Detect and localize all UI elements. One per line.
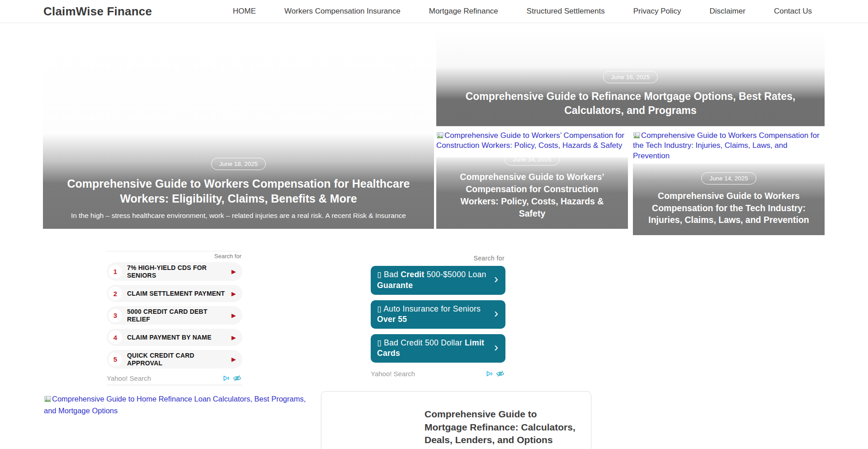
broken-image-alt-link[interactable]: Comprehensive Guide to Workers Compensat… [633, 130, 825, 164]
article-title: Comprehensive Guide to Workers’ Compensa… [446, 171, 618, 220]
arrow-right-icon: ▶ [231, 312, 236, 319]
broken-image-icon [44, 396, 52, 402]
arrow-right-icon: ▶ [231, 334, 236, 341]
ad-attribution-bar: Yahoo! Search [107, 373, 242, 385]
rank-number: 3 [108, 309, 122, 322]
ad-link-quick-credit-card-approval[interactable]: 5 QUICK CREDIT CARD APPROVAL ▶ [107, 350, 242, 369]
top-navigation: ClaimWise Finance HOME Workers Compensat… [0, 0, 868, 23]
arrow-right-icon: ▶ [231, 356, 236, 363]
ad-feedback-eye-icon[interactable] [233, 375, 241, 382]
nav-item-disclaimer[interactable]: Disclaimer [710, 7, 745, 16]
nav-item-home[interactable]: HOME [233, 7, 256, 16]
article-card-tech-industry[interactable]: Comprehensive Guide to Workers Compensat… [633, 130, 825, 235]
ad-provider-label[interactable]: Yahoo! Search [107, 374, 151, 382]
card-image-overlay: June 14, 2025 Comprehensive Guide to Wor… [436, 157, 628, 229]
yahoo-search-ad-ranked-list: Search for 1 7% HIGH-YIELD CDS FOR SENIO… [107, 251, 242, 385]
ad-link-claim-payment-by-name[interactable]: 4 CLAIM PAYMENT BY NAME ▶ [107, 329, 242, 346]
search-for-label: Search for [371, 253, 505, 266]
nav-menu: HOME Workers Compensation Insurance Mort… [233, 7, 812, 16]
rank-number: 5 [108, 353, 122, 366]
alt-text: Comprehensive Guide to Workers Compensat… [633, 131, 820, 160]
rank-number: 4 [108, 331, 122, 344]
nav-item-mortgage-refinance[interactable]: Mortgage Refinance [429, 7, 498, 16]
article-date-badge: June 14, 2025 [701, 172, 756, 184]
ad-link-high-yield-cds[interactable]: 1 7% HIGH-YIELD CDS FOR SENIORS ▶ [107, 262, 242, 281]
ad-link-label: ▯ Bad Credit 500-$5000 Loan Guarante [377, 269, 491, 291]
featured-article-excerpt: In the high – stress healthcare environm… [71, 211, 406, 221]
card-image-overlay: June 14, 2025 Comprehensive Guide to Wor… [633, 164, 825, 235]
ad-provider-label[interactable]: Yahoo! Search [371, 370, 415, 378]
broken-image-icon [633, 132, 641, 139]
ad-link-label: 5000 CREDIT CARD DEBT RELIEF [122, 308, 231, 323]
article-title: Comprehensive Guide to Workers Compensat… [643, 190, 815, 227]
broken-image-icon [436, 132, 444, 139]
chevron-right-icon: › [491, 273, 500, 287]
alt-text: Comprehensive Guide to Workers’ Compensa… [436, 131, 624, 150]
ad-link-500-dollar-limit-cards[interactable]: ▯ Bad Credit 500 Dollar Limit Cards › [371, 334, 505, 363]
ad-link-credit-card-debt-relief[interactable]: 3 5000 CREDIT CARD DEBT RELIEF ▶ [107, 306, 242, 325]
secondary-article-card[interactable]: June 16, 2025 Comprehensive Guide to Ref… [436, 30, 825, 126]
featured-article-title: Comprehensive Guide to Workers Compensat… [58, 176, 420, 206]
featured-article-card[interactable]: June 18, 2025 Comprehensive Guide to Wor… [43, 30, 434, 229]
sponsored-search-section: Search for 1 7% HIGH-YIELD CDS FOR SENIO… [0, 251, 868, 369]
nav-item-structured-settlements[interactable]: Structured Settlements [527, 7, 605, 16]
ad-link-label: CLAIM SETTLEMENT PAYMENT [122, 290, 231, 298]
ad-link-label: ▯ Bad Credit 500 Dollar Limit Cards [377, 338, 491, 359]
site-logo[interactable]: ClaimWise Finance [43, 5, 152, 19]
adchoices-icon[interactable] [486, 370, 493, 377]
ad-feedback-eye-icon[interactable] [496, 370, 505, 377]
nav-item-privacy-policy[interactable]: Privacy Policy [633, 7, 681, 16]
rank-number: 1 [108, 265, 122, 279]
adchoices-icon[interactable] [223, 375, 230, 382]
ad-attribution-bar: Yahoo! Search [371, 368, 505, 380]
ad-link-bad-credit-loan[interactable]: ▯ Bad Credit 500-$5000 Loan Guarante › [371, 266, 505, 294]
search-for-label: Search for [107, 251, 242, 262]
alt-text: Comprehensive Guide to Home Refinance Lo… [44, 395, 306, 415]
article-date-badge: June 14, 2025 [505, 153, 560, 165]
ad-controls [223, 375, 241, 382]
article-title: Comprehensive Guide to Mortgage Refinanc… [425, 408, 580, 446]
ad-link-label: 7% HIGH-YIELD CDS FOR SENIORS [122, 264, 231, 279]
ad-link-label: QUICK CREDIT CARD APPROVAL [122, 352, 231, 367]
article-card-mortgage-refinance[interactable]: Comprehensive Guide to Mortgage Refinanc… [321, 391, 591, 449]
ad-link-label: ▯ Auto Insurance for Seniors Over 55 [377, 304, 491, 325]
rank-number: 2 [108, 287, 122, 300]
chevron-right-icon: › [491, 307, 500, 321]
ad-link-label: CLAIM PAYMENT BY NAME [122, 334, 231, 341]
featured-posts-section: June 18, 2025 Comprehensive Guide to Wor… [43, 30, 825, 235]
arrow-right-icon: ▶ [231, 268, 236, 275]
ad-link-auto-insurance-seniors[interactable]: ▯ Auto Insurance for Seniors Over 55 › [371, 300, 505, 329]
nav-item-workers-compensation-insurance[interactable]: Workers Compensation Insurance [284, 7, 401, 16]
article-card-construction-workers[interactable]: Comprehensive Guide to Workers’ Compensa… [436, 130, 628, 235]
mini-cards-row: Comprehensive Guide to Workers’ Compensa… [436, 130, 825, 235]
yahoo-search-ad-button-list: Search for ▯ Bad Credit 500-$5000 Loan G… [371, 253, 505, 380]
nav-item-contact-us[interactable]: Contact Us [774, 7, 812, 16]
article-date-badge: June 16, 2025 [603, 71, 658, 83]
chevron-right-icon: › [491, 341, 500, 355]
ad-controls [486, 370, 505, 377]
arrow-right-icon: ▶ [231, 290, 236, 297]
ad-link-claim-settlement-payment[interactable]: 2 CLAIM SETTLEMENT PAYMENT ▶ [107, 285, 242, 302]
broken-image-alt-link[interactable]: Comprehensive Guide to Home Refinance Lo… [44, 393, 311, 416]
secondary-article-title: Comprehensive Guide to Refinance Mortgag… [454, 90, 807, 117]
secondary-posts-column: June 16, 2025 Comprehensive Guide to Ref… [436, 30, 825, 235]
article-date-badge: June 18, 2025 [211, 158, 266, 170]
more-articles-section: Comprehensive Guide to Home Refinance Lo… [0, 391, 868, 449]
